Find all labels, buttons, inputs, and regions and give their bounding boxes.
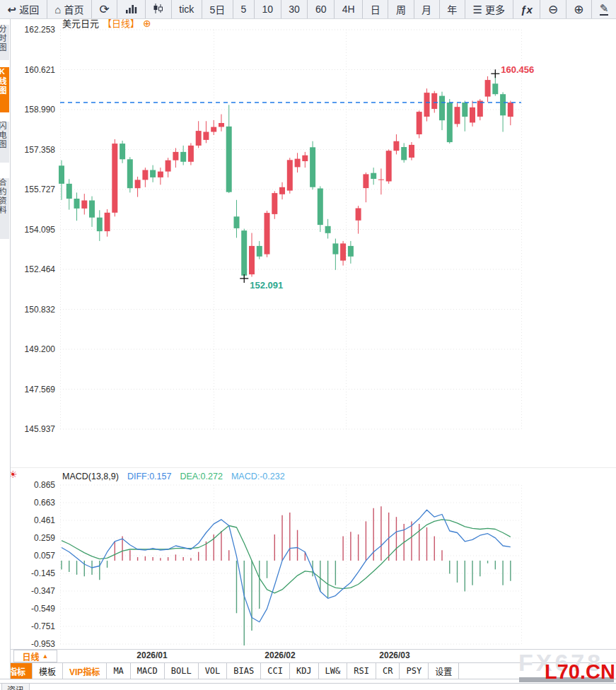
period-selector-tab[interactable]: 日线 ▲ [13,650,57,662]
macd-y-tick-label: -0.145 [31,568,55,578]
tab-bias-label: BIAS [233,666,254,676]
candle-body [356,209,361,221]
period-30m-button[interactable]: 30 [281,0,308,18]
tab-kdj-label: KDJ [296,666,312,676]
candlestick-chart-button[interactable] [146,0,172,18]
y-tick-label: 162.253 [25,25,56,35]
candle-body [447,103,453,142]
tab-lw-label: LW& [325,666,341,676]
add-circle-icon[interactable]: ⊕ [143,18,151,28]
zoom-in-icon: ⊕ [574,4,583,16]
macd-title[interactable]: MACD(13,8,9) [62,472,119,481]
macd-header: MACD(13,8,9) DIFF:0.157 DEA:0.272 MACD:-… [62,472,285,481]
candle-body [180,152,186,162]
sidebar-tab-contract-info[interactable]: 合约资料 [0,178,9,239]
pencil-icon: ✎ [600,3,609,16]
candle-body [431,93,437,109]
tab-ma-label: MA [113,666,123,676]
horizontal-scrollbar[interactable] [519,677,614,682]
candle-body [318,189,323,226]
sidebar-tab-kline[interactable]: K线图 [0,67,9,112]
candle-body [272,193,277,214]
candle-body [196,131,202,146]
candle-body [470,107,475,123]
candle-body [492,83,498,94]
macd-y-tick-label: 0.057 [34,551,55,561]
period-5m-label: 5 [240,4,246,15]
macd-y-tick-label: 0.259 [34,533,55,543]
period-60m-button[interactable]: 60 [308,0,335,18]
back-button[interactable]: ↩返回 [0,0,47,18]
macd-y-tick-label: -0.347 [31,586,55,596]
refresh-button[interactable]: ⟳ [92,0,117,18]
tab-settings-label: 设置 [435,665,452,677]
tab-rsi-label: RSI [354,666,369,676]
period-5d-button[interactable]: 5日 [202,0,233,18]
tab-lw[interactable]: LW& [319,663,348,679]
low-annotation: 152.091 [250,280,283,291]
y-tick-label: 157.358 [25,145,56,155]
high-annotation: 160.456 [501,64,534,75]
tab-cci[interactable]: CCI [261,663,290,679]
period-week-button[interactable]: 周 [388,0,414,18]
bar-chart-button[interactable] [117,0,145,18]
fx-indicator-button[interactable]: ƒx [513,0,541,18]
period-5m-button[interactable]: 5 [233,0,255,18]
top-toolbar: ↩返回 ⌂首页 ⟳ tick 5日 5 10 30 60 4H 日 周 月 年 … [0,0,616,19]
period-10m-button[interactable]: 10 [255,0,281,18]
tab-indicator-label: 指标 [8,665,25,677]
sidebar-tab-lightning[interactable]: 闪电图 [0,122,9,163]
tick-period-button[interactable]: tick [172,0,202,18]
candle-body [120,144,125,159]
tab-kdj[interactable]: KDJ [290,663,319,679]
candle-body [249,246,255,274]
y-tick-label: 158.990 [25,105,56,115]
tab-cr[interactable]: CR [376,663,400,679]
more-button[interactable]: ☰更多 [465,0,513,18]
period-year-button[interactable]: 年 [440,0,465,18]
candle-body [188,146,194,162]
macd-y-tick-label: 0.461 [34,515,55,525]
candle-body [393,141,399,151]
chart-canvas[interactable]: 162.253160.621158.990157.358155.727154.0… [0,0,616,690]
period-4h-button[interactable]: 4H [335,0,363,18]
tab-template[interactable]: 模板 [33,663,63,679]
tab-ma[interactable]: MA [107,663,130,679]
candle-body [257,246,262,257]
candlestick-icon [153,4,163,16]
candle-body [332,243,338,254]
sidebar-tab-contract-info-label: 合约资料 [0,178,6,215]
period-month-button[interactable]: 月 [414,0,440,18]
candle-body [310,147,315,187]
draw-tool-button[interactable]: ✎ [592,0,616,18]
tab-boll[interactable]: BOLL [165,663,199,679]
tab-settings[interactable]: 设置 [429,663,459,679]
tab-news[interactable]: 资讯 [1,684,30,690]
macd-dea-value: DEA:0.272 [180,472,222,481]
y-tick-label: 154.095 [25,225,56,235]
tab-vol-label: VOL [205,666,221,676]
period-60m-label: 60 [315,4,327,15]
tab-rsi[interactable]: RSI [347,663,376,679]
candle-body [158,172,163,177]
candle-body [477,101,483,117]
candle-body [417,112,422,134]
candle-body [105,213,110,231]
tab-bias[interactable]: BIAS [227,663,261,679]
home-button[interactable]: ⌂首页 [47,0,92,18]
candle-body [302,156,308,161]
candle-body [409,145,414,158]
y-tick-label: 145.937 [25,424,56,434]
zoom-out-button[interactable]: ⊖ [540,0,566,18]
period-5d-label: 5日 [210,2,226,16]
tab-psy[interactable]: PSY [400,663,429,679]
tab-macd[interactable]: MACD [131,663,165,679]
sidebar-tab-timeline[interactable]: 分时图 [0,25,9,60]
tab-vol[interactable]: VOL [199,663,228,679]
candle-body [462,103,467,117]
tab-vip-indicator[interactable]: VIP指标 [63,663,107,679]
zoom-in-button[interactable]: ⊕ [566,0,592,18]
period-day-button[interactable]: 日 [363,0,388,18]
period-selector-label: 日线 [23,650,40,662]
chevron-up-icon: ▲ [42,653,49,660]
